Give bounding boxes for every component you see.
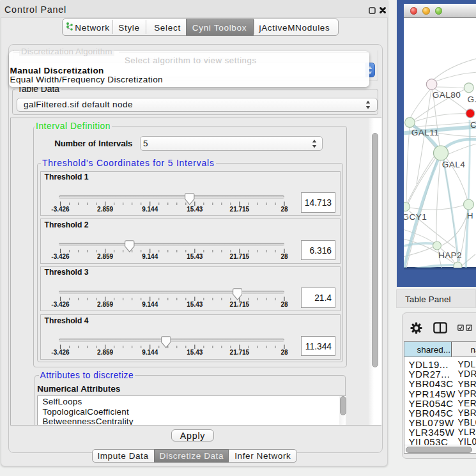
svg-text:GCY1: GCY1 (404, 211, 427, 221)
svg-text:H: H (467, 211, 473, 220)
svg-text:GAL4: GAL4 (442, 159, 465, 169)
svg-text:G.: G. (467, 95, 476, 104)
svg-text:GAL11: GAL11 (411, 128, 439, 137)
svg-text:HAP2: HAP2 (438, 250, 462, 259)
svg-text:GAL80: GAL80 (433, 89, 461, 99)
svg-text:C: C (470, 120, 476, 130)
